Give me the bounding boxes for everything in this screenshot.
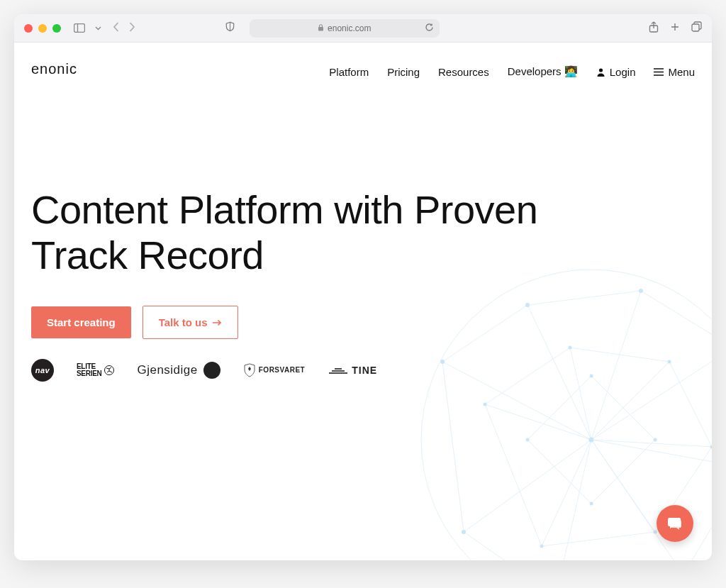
svg-point-27 — [526, 438, 530, 442]
client-logos: nav ELITE SERIEN Gjensidige FORSVARET — [31, 359, 635, 382]
chat-icon — [666, 515, 683, 532]
talk-to-us-label: Talk to us — [159, 316, 208, 328]
crest-icon — [243, 363, 256, 377]
lock-icon — [318, 23, 324, 33]
svg-rect-4 — [692, 24, 699, 31]
client-logo-eliteserien: ELITE SERIEN — [77, 363, 114, 377]
tine-mark-icon — [328, 367, 349, 375]
url-text: enonic.com — [328, 23, 371, 33]
site-logo[interactable]: enonic — [31, 62, 91, 81]
svg-point-21 — [654, 531, 657, 534]
nav-menu[interactable]: Menu — [654, 66, 695, 78]
svg-rect-0 — [74, 24, 85, 33]
svg-point-22 — [540, 545, 544, 548]
client-logo-gjensidige: Gjensidige — [137, 362, 220, 379]
svg-text:enonic: enonic — [31, 62, 77, 77]
cta-row: Start creating Talk to us — [31, 306, 635, 339]
nav-platform[interactable]: Platform — [329, 66, 369, 78]
client-logo-forsvaret: FORSVARET — [243, 363, 305, 377]
webpage: enonic Platform Pricing Resources Develo… — [14, 43, 712, 560]
browser-toolbar: enonic.com — [14, 14, 712, 43]
menu-label: Menu — [668, 66, 695, 78]
ball-icon — [104, 365, 114, 375]
tabs-icon[interactable] — [691, 21, 702, 35]
svg-point-15 — [462, 530, 466, 534]
logo-wordmark: enonic — [31, 62, 91, 77]
person-icon — [596, 67, 605, 77]
svg-rect-2 — [318, 27, 323, 31]
nav-pricing[interactable]: Pricing — [387, 66, 420, 78]
new-tab-icon[interactable] — [670, 22, 680, 35]
svg-point-25 — [654, 438, 657, 442]
svg-point-17 — [589, 438, 594, 443]
hero-title: Content Platform with Proven Track Recor… — [31, 187, 635, 279]
nav-developers[interactable]: Developers 👩‍💻 — [508, 65, 578, 78]
minimize-icon[interactable] — [38, 24, 47, 33]
svg-point-26 — [590, 502, 593, 506]
nav-logo-icon: nav — [31, 359, 54, 382]
refresh-icon[interactable] — [425, 22, 434, 35]
privacy-shield-icon[interactable] — [225, 21, 235, 35]
maximize-icon[interactable] — [52, 24, 61, 33]
svg-point-20 — [710, 445, 713, 449]
forward-icon[interactable] — [129, 22, 135, 35]
client-logo-nav: nav — [31, 359, 54, 382]
chevron-down-icon[interactable] — [95, 26, 101, 30]
browser-window: enonic.com enonic — [14, 14, 712, 560]
window-controls — [24, 24, 61, 33]
back-icon[interactable] — [113, 22, 119, 35]
start-creating-button[interactable]: Start creating — [31, 306, 131, 338]
close-icon[interactable] — [24, 24, 33, 33]
login-label: Login — [610, 66, 636, 78]
chat-button[interactable] — [657, 505, 693, 542]
client-logo-tine: TINE — [328, 365, 377, 376]
site-header: enonic Platform Pricing Resources Develo… — [14, 43, 712, 95]
address-bar[interactable]: enonic.com — [250, 19, 440, 38]
sidebar-toggle-icon[interactable] — [74, 23, 85, 33]
nav-login[interactable]: Login — [596, 66, 636, 78]
nav-resources[interactable]: Resources — [438, 66, 489, 78]
svg-point-19 — [668, 360, 671, 364]
hero-section: Content Platform with Proven Track Recor… — [14, 95, 652, 410]
arrow-right-icon — [212, 316, 222, 328]
share-icon[interactable] — [649, 21, 659, 35]
hamburger-icon — [654, 68, 664, 76]
main-nav: Platform Pricing Resources Developers 👩‍… — [329, 65, 695, 78]
watchman-icon — [203, 362, 220, 379]
talk-to-us-button[interactable]: Talk to us — [143, 306, 238, 339]
svg-point-6 — [599, 68, 603, 72]
